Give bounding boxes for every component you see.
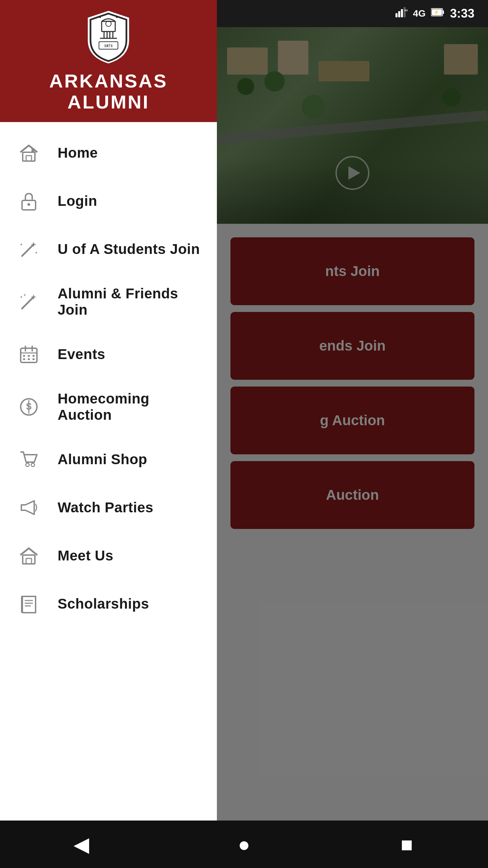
university-logo: 1871 bbox=[85, 9, 132, 64]
home2-icon bbox=[17, 544, 41, 568]
nav-label-home: Home bbox=[58, 145, 98, 161]
nav-item-students-join[interactable]: U of A Students Join bbox=[0, 225, 217, 273]
svg-rect-31 bbox=[23, 355, 25, 357]
svg-rect-22 bbox=[32, 148, 34, 153]
drawer-nav: Home Login bbox=[0, 122, 217, 868]
svg-rect-2 bbox=[401, 9, 403, 17]
svg-rect-43 bbox=[26, 558, 32, 564]
network-label: 4G bbox=[413, 8, 426, 19]
nav-item-meet-us[interactable]: Meet Us bbox=[0, 532, 217, 580]
nav-label-students-join: U of A Students Join bbox=[58, 241, 200, 257]
nav-item-scholarships[interactable]: Scholarships bbox=[0, 580, 217, 628]
svg-rect-32 bbox=[28, 355, 30, 357]
drawer-header: 1871 ARKANSAS ALUMNI bbox=[0, 0, 217, 122]
nav-label-login: Login bbox=[58, 193, 97, 209]
status-time: 3:33 bbox=[450, 6, 474, 21]
nav-label-homecoming-auction: Homecoming Auction bbox=[58, 391, 200, 423]
cart-icon bbox=[17, 448, 41, 471]
svg-rect-20 bbox=[23, 152, 35, 161]
brand-name: ARKANSAS ALUMNI bbox=[49, 71, 167, 112]
svg-text:⚡: ⚡ bbox=[434, 9, 439, 15]
navigation-drawer: 1871 ARKANSAS ALUMNI Home bbox=[0, 0, 217, 868]
svg-rect-36 bbox=[33, 358, 35, 360]
nav-label-alumni-shop: Alumni Shop bbox=[58, 451, 147, 468]
battery-icon: ⚡ bbox=[431, 6, 445, 21]
svg-line-25 bbox=[22, 245, 33, 256]
svg-rect-42 bbox=[23, 555, 35, 564]
signal-icon: 4G bbox=[395, 6, 408, 21]
nav-item-alumni-join[interactable]: Alumni & Friends Join bbox=[0, 273, 217, 330]
nav-label-alumni-join: Alumni & Friends Join bbox=[58, 285, 200, 318]
magic-wand-icon bbox=[17, 237, 41, 261]
nav-label-watch-parties: Watch Parties bbox=[58, 499, 154, 516]
lock-icon bbox=[17, 189, 41, 213]
svg-text:4G: 4G bbox=[404, 9, 408, 12]
book-icon bbox=[17, 592, 41, 616]
svg-rect-35 bbox=[28, 358, 30, 360]
nav-label-events: Events bbox=[58, 346, 105, 362]
svg-rect-6 bbox=[443, 11, 444, 14]
nav-label-meet-us: Meet Us bbox=[58, 548, 114, 564]
svg-point-40 bbox=[26, 463, 29, 467]
nav-item-watch-parties[interactable]: Watch Parties bbox=[0, 484, 217, 532]
status-bar: 4G 4G ⚡ 3:33 bbox=[217, 0, 488, 27]
svg-point-19 bbox=[116, 16, 118, 18]
nav-item-events[interactable]: Events bbox=[0, 330, 217, 378]
svg-rect-1 bbox=[398, 11, 400, 17]
svg-line-26 bbox=[22, 298, 33, 309]
svg-rect-21 bbox=[26, 156, 32, 161]
svg-rect-34 bbox=[23, 358, 25, 360]
svg-rect-0 bbox=[395, 13, 398, 17]
nav-item-homecoming-auction[interactable]: $ Homecoming Auction bbox=[0, 378, 217, 435]
svg-text:1871: 1871 bbox=[104, 43, 113, 48]
nav-label-scholarships: Scholarships bbox=[58, 596, 149, 612]
calendar-icon bbox=[17, 342, 41, 366]
magic-wand2-icon bbox=[17, 290, 41, 314]
svg-point-41 bbox=[31, 463, 35, 467]
nav-item-alumni-shop[interactable]: Alumni Shop bbox=[0, 435, 217, 484]
nav-item-home[interactable]: Home bbox=[0, 129, 217, 177]
megaphone-icon bbox=[17, 496, 41, 519]
bottom-navigation-bar: ◀ ● ■ bbox=[0, 821, 488, 868]
money-icon: $ bbox=[17, 395, 41, 419]
home-icon bbox=[17, 141, 41, 165]
recents-button[interactable]: ■ bbox=[393, 831, 420, 858]
svg-point-24 bbox=[27, 203, 30, 206]
svg-rect-33 bbox=[33, 355, 35, 357]
nav-item-login[interactable]: Login bbox=[0, 177, 217, 225]
status-icons: 4G 4G ⚡ 3:33 bbox=[395, 6, 474, 21]
home-button[interactable]: ● bbox=[230, 831, 258, 858]
svg-point-18 bbox=[99, 16, 101, 18]
back-button[interactable]: ◀ bbox=[68, 831, 95, 858]
recents-square-icon: ■ bbox=[401, 833, 413, 856]
back-arrow-icon: ◀ bbox=[74, 832, 89, 856]
home-circle-icon: ● bbox=[238, 833, 250, 856]
